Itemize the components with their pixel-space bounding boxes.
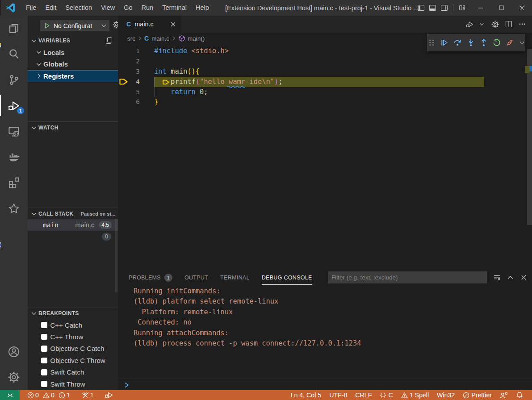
toggle-secondary-sidebar-icon[interactable] xyxy=(440,4,448,12)
toggle-panel-icon[interactable] xyxy=(429,4,436,12)
activity-item-search[interactable] xyxy=(0,42,28,67)
maximize-button[interactable] xyxy=(491,0,511,16)
stack-frame-main[interactable]: mainmain.c4:5 xyxy=(28,219,118,231)
prettier-status[interactable]: Prettier xyxy=(459,390,496,400)
activity-item-remote-explorer[interactable] xyxy=(0,118,28,144)
scrollbar-slider[interactable] xyxy=(527,49,532,225)
start-debug-icon[interactable] xyxy=(44,22,50,29)
breakpoint-row[interactable]: Objective C Catch xyxy=(28,343,118,354)
tab-main-c[interactable]: C main.c xyxy=(118,16,181,33)
notifications-status[interactable] xyxy=(512,390,527,400)
toolbar-grip-icon[interactable] xyxy=(427,38,436,47)
variables-scope-globals[interactable]: Globals xyxy=(28,58,118,71)
menu-view[interactable]: View xyxy=(96,0,119,16)
menu-edit[interactable]: Edit xyxy=(41,0,61,16)
collapse-all-icon[interactable] xyxy=(105,37,113,44)
breakpoint-row[interactable]: Swift Catch xyxy=(28,367,118,378)
code-editor[interactable]: 1#include <stdio.h>23int main(){4 printf… xyxy=(118,44,532,269)
menu-file[interactable]: File xyxy=(21,0,41,16)
eol-status[interactable]: CRLF xyxy=(351,390,376,400)
editor-scrollbar[interactable] xyxy=(525,44,532,269)
sidebar-scrollbar[interactable] xyxy=(115,219,117,292)
tools-icon xyxy=(82,392,88,399)
breakpoint-checkbox[interactable] xyxy=(41,381,47,387)
breakpoint-checkbox[interactable] xyxy=(41,322,47,328)
disconnect-icon[interactable] xyxy=(506,38,514,47)
debug-status[interactable] xyxy=(101,390,117,400)
activity-item-accounts[interactable] xyxy=(0,339,28,365)
customize-layout-icon[interactable] xyxy=(458,4,466,12)
debug-config-dropdown[interactable]: No Configurat xyxy=(40,20,109,31)
step-out-icon[interactable] xyxy=(480,38,488,47)
debug-settings-gear-icon[interactable] xyxy=(113,21,118,29)
problems-status[interactable]: 0 0 1 xyxy=(23,390,74,400)
run-or-debug-icon[interactable] xyxy=(466,21,475,28)
step-into-icon[interactable] xyxy=(467,38,475,47)
breakpoint-checkbox[interactable] xyxy=(41,369,47,375)
continue-icon[interactable] xyxy=(440,38,448,47)
panel-tab-terminal[interactable]: TERMINAL xyxy=(220,269,250,286)
close-tab-icon[interactable] xyxy=(168,20,177,29)
activity-item-docker[interactable] xyxy=(0,144,28,170)
chevron-down-icon[interactable] xyxy=(519,38,525,47)
breakpoint-checkbox[interactable] xyxy=(41,346,47,352)
close-panel-icon[interactable] xyxy=(520,274,528,281)
panel-tab-debug-console[interactable]: DEBUG CONSOLE xyxy=(262,269,312,286)
panel-tab-output[interactable]: OUTPUT xyxy=(184,269,208,286)
variables-scope-registers[interactable]: Registers xyxy=(28,70,118,82)
variables-scope-locals[interactable]: Locals xyxy=(28,46,118,58)
maximize-panel-icon[interactable] xyxy=(507,274,514,281)
menu-selection[interactable]: Selection xyxy=(61,0,96,16)
breadcrumb-symbol[interactable]: main() xyxy=(178,35,205,42)
minimize-button[interactable] xyxy=(470,0,491,16)
activity-item-settings[interactable] xyxy=(0,364,28,390)
call-stack-header[interactable]: CALL STACK Paused on st... xyxy=(28,208,118,219)
activity-item-explorer[interactable] xyxy=(0,16,28,42)
breadcrumb-file[interactable]: Cmain.c xyxy=(144,35,169,42)
activity-item-extensions[interactable] xyxy=(0,170,28,196)
breadcrumb-src[interactable]: src xyxy=(127,35,135,42)
breakpoint-checkbox[interactable] xyxy=(41,334,47,340)
spell-status[interactable]: 1 Spell xyxy=(397,390,433,400)
breakpoints-header[interactable]: BREAKPOINTS xyxy=(28,308,118,319)
clear-console-icon[interactable] xyxy=(493,274,501,281)
toggle-sidebar-icon[interactable] xyxy=(417,4,425,12)
line-number: 5 xyxy=(118,87,140,97)
menu-terminal[interactable]: Terminal xyxy=(158,0,191,16)
close-window-button[interactable] xyxy=(511,0,532,16)
menu-go[interactable]: Go xyxy=(119,0,137,16)
encoding-status[interactable]: UTF-8 xyxy=(325,390,351,400)
breakpoint-row[interactable]: Objective C Throw xyxy=(28,354,118,366)
feedback-status[interactable] xyxy=(496,390,512,400)
console-filter-input[interactable] xyxy=(328,271,487,283)
activity-item-source-control[interactable] xyxy=(0,67,28,93)
breakpoint-row[interactable]: C++ Catch xyxy=(28,319,118,331)
language-mode[interactable]: C xyxy=(376,390,397,400)
panel-tab-problems[interactable]: PROBLEMS1 xyxy=(129,269,172,286)
restart-icon[interactable] xyxy=(493,38,501,47)
breakpoint-row[interactable]: C++ Throw xyxy=(28,331,118,342)
debug-badge: 1 xyxy=(17,107,24,114)
call-stack-status: Paused on st... xyxy=(81,211,116,217)
gear-icon[interactable] xyxy=(491,21,499,28)
variables-header[interactable]: VARIABLES xyxy=(28,35,118,46)
activity-item-favorites[interactable] xyxy=(0,196,28,221)
activity-item-run-and-debug[interactable]: 1 xyxy=(0,93,28,119)
watch-header[interactable]: WATCH xyxy=(28,122,118,133)
chevron-down-icon[interactable] xyxy=(479,21,484,28)
remote-indicator[interactable] xyxy=(0,390,20,400)
debug-config-row: No Configurat xyxy=(28,16,118,35)
cursor-position[interactable]: Ln 4, Col 5 xyxy=(287,390,326,400)
debug-console-input[interactable] xyxy=(118,379,532,391)
tools-status[interactable]: 1 xyxy=(78,390,98,400)
split-editor-icon[interactable] xyxy=(505,21,512,28)
step-over-icon[interactable] xyxy=(453,38,461,47)
menu-run[interactable]: Run xyxy=(137,0,158,16)
menu-help[interactable]: Help xyxy=(191,0,214,16)
breakpoint-checkbox[interactable] xyxy=(41,358,47,364)
more-actions-icon[interactable] xyxy=(519,21,526,28)
code-line-2: 2 xyxy=(118,56,532,67)
breakpoint-row[interactable]: Swift Throw xyxy=(28,378,118,390)
slash-circle-icon xyxy=(463,392,469,399)
platform-status[interactable]: Win32 xyxy=(433,390,459,400)
